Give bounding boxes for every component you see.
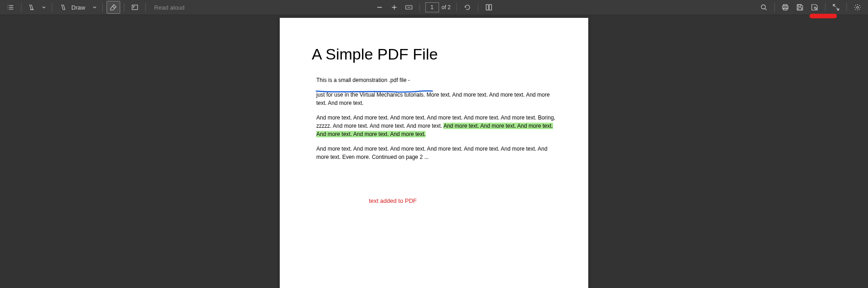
contents-button[interactable] (4, 1, 17, 14)
divider (419, 3, 420, 11)
page-total-label: of 2 (442, 4, 451, 11)
zoom-in-button[interactable] (387, 1, 401, 14)
save-as-button[interactable] (808, 1, 821, 14)
svg-rect-14 (405, 5, 412, 9)
svg-point-27 (857, 6, 858, 8)
divider (124, 3, 124, 11)
divider (102, 3, 103, 11)
search-icon (760, 4, 767, 11)
settings-button[interactable] (851, 1, 864, 14)
divider (52, 3, 52, 11)
pdf-page-1: A Simple PDF File This is a small demons… (280, 18, 588, 288)
draw-button[interactable]: Draw (56, 1, 90, 14)
divider (478, 3, 478, 11)
contents-icon (7, 4, 14, 11)
divider (825, 3, 825, 11)
chevron-down-icon (92, 5, 97, 10)
pdf-toolbar: Draw Read aloud (0, 0, 868, 15)
highlight-button[interactable] (25, 1, 39, 14)
svg-line-19 (765, 9, 767, 11)
zoom-out-button[interactable] (373, 1, 386, 14)
paragraph-1: This is a small demonstration .pdf file … (312, 76, 556, 84)
svg-line-7 (112, 6, 115, 8)
red-annotation-mark (809, 14, 837, 18)
divider (21, 3, 21, 11)
rotate-icon (463, 4, 471, 11)
read-aloud-button[interactable]: Read aloud (149, 4, 189, 11)
text-icon (131, 4, 138, 11)
read-aloud-label: Read aloud (154, 4, 185, 11)
svg-line-25 (833, 5, 836, 7)
divider (456, 3, 457, 11)
svg-rect-23 (798, 5, 801, 6)
svg-rect-8 (132, 5, 138, 10)
search-button[interactable] (757, 1, 771, 14)
svg-point-18 (761, 5, 766, 9)
draw-label: Draw (71, 4, 85, 11)
paragraph-4: And more text. And more text. And more t… (312, 145, 556, 161)
chevron-down-icon (42, 5, 46, 10)
svg-line-26 (836, 8, 839, 10)
fullscreen-icon (832, 4, 840, 11)
erase-icon (110, 4, 117, 11)
added-text-annotation[interactable]: text added to PDF (369, 197, 417, 204)
print-button[interactable] (778, 1, 792, 14)
divider (774, 3, 775, 11)
paragraph-2: just for use in the Virtual Mechanics tu… (312, 91, 556, 107)
settings-icon (854, 4, 861, 11)
paragraph-3: And more text. And more text. And more t… (312, 114, 556, 138)
save-button[interactable] (793, 1, 807, 14)
svg-rect-22 (783, 8, 787, 10)
print-icon (782, 4, 789, 11)
toolbar-center-group: of 2 (373, 1, 495, 14)
svg-rect-16 (486, 5, 488, 10)
pdf-viewport[interactable]: A Simple PDF File This is a small demons… (0, 15, 868, 288)
save-icon (796, 4, 804, 11)
plus-icon (391, 4, 397, 11)
draw-icon (60, 4, 68, 11)
page-number-input[interactable] (425, 2, 439, 12)
svg-rect-17 (489, 5, 491, 10)
highlight-icon (28, 4, 36, 11)
divider (847, 3, 847, 11)
toolbar-left-group: Draw Read aloud (4, 1, 189, 14)
fit-icon (405, 4, 412, 11)
minus-icon (376, 4, 383, 11)
erase-button[interactable] (107, 1, 120, 14)
rotate-button[interactable] (460, 1, 474, 14)
page-view-icon (485, 4, 492, 11)
toolbar-right-group (757, 1, 864, 14)
save-as-icon (811, 4, 818, 11)
divider (145, 3, 146, 11)
document-title: A Simple PDF File (312, 45, 556, 63)
add-text-button[interactable] (128, 1, 142, 14)
para2-text1: just for use in the Virtual Mechanics tu… (316, 92, 489, 98)
svg-rect-24 (798, 8, 802, 10)
highlight-dropdown[interactable] (40, 1, 48, 14)
svg-rect-20 (783, 5, 787, 6)
draw-dropdown[interactable] (91, 1, 99, 14)
fullscreen-button[interactable] (829, 1, 843, 14)
svg-rect-21 (783, 6, 788, 9)
fit-page-button[interactable] (402, 1, 415, 14)
page-view-button[interactable] (482, 1, 495, 14)
